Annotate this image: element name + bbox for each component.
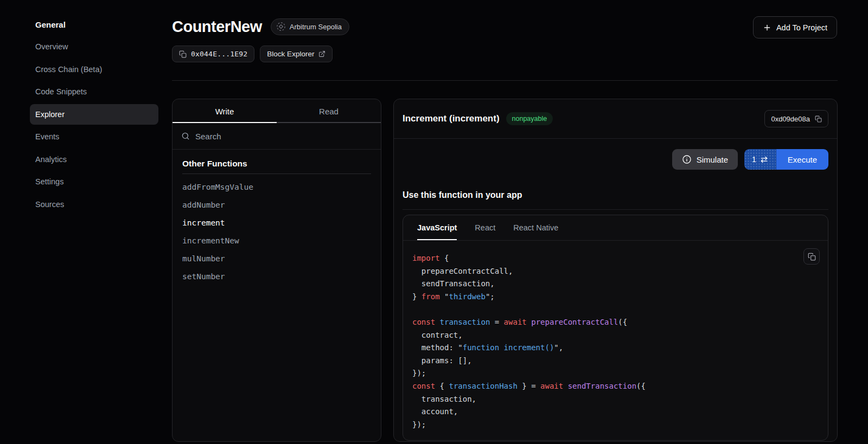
usage-heading: Use this function in your app (403, 190, 828, 200)
actions-row: Simulate 1 Execute (394, 149, 837, 170)
code-area: import { prepareContractCall, sendTransa… (403, 241, 828, 431)
function-item-mulnumber[interactable]: mulNumber (182, 249, 371, 267)
add-to-project-label: Add To Project (776, 23, 827, 32)
sidebar-item-events[interactable]: Events (30, 126, 158, 147)
function-selector-value: 0xd09de08a (771, 115, 810, 123)
code-token: = (490, 318, 503, 326)
code-line: contract, (412, 329, 828, 342)
code-token: const (412, 318, 435, 326)
code-token: from (422, 292, 440, 301)
code-line: account, (412, 406, 828, 419)
code-token: transactionHash (449, 382, 517, 390)
search-input[interactable] (195, 132, 372, 141)
code-tab-javascript[interactable]: JavaScript (417, 215, 457, 240)
execute-count: 1 (752, 155, 756, 164)
code-token (435, 318, 439, 326)
mutability-badge: nonpayable (506, 112, 553, 125)
function-detail-panel: Increment (increment) nonpayable 0xd09de… (393, 99, 838, 442)
simulate-button[interactable]: Simulate (672, 149, 738, 170)
code-copy-button[interactable] (803, 248, 820, 265)
sidebar-item-code-snippets[interactable]: Code Snippets (30, 81, 158, 102)
code-line (412, 303, 828, 316)
code-token: sendTransaction, (412, 279, 495, 288)
code-token: await (504, 318, 527, 326)
function-list-panel: WriteRead Other Functions addFromMsgValu… (172, 99, 381, 442)
code-tabs: JavaScriptReactReact Native (403, 215, 828, 241)
function-tabs: WriteRead (173, 99, 381, 123)
code-token: function increment() (463, 343, 554, 352)
code-token: }); (412, 420, 426, 429)
execute-label: Execute (788, 155, 817, 164)
code-token: { (435, 382, 449, 390)
add-to-project-button[interactable]: Add To Project (753, 16, 837, 38)
copy-icon (808, 253, 816, 261)
code-token: params: [], (412, 356, 472, 365)
function-item-incrementnew[interactable]: incrementNew (182, 231, 371, 249)
block-explorer-button[interactable]: Block Explorer (260, 46, 333, 62)
code-token: { (440, 254, 449, 262)
code-token: method: (412, 343, 458, 352)
page-title: CounterNew (172, 18, 262, 36)
plus-icon (763, 23, 771, 32)
sidebar-item-settings[interactable]: Settings (30, 171, 158, 192)
code-token: } (412, 292, 422, 301)
code-token: } = (518, 382, 540, 390)
network-chain-icon (276, 22, 286, 31)
function-item-addfrommsgvalue[interactable]: addFromMsgValue (182, 178, 371, 196)
code-token (527, 318, 531, 326)
code-token: thirdweb (449, 292, 485, 301)
sidebar-item-sources[interactable]: Sources (30, 194, 158, 215)
code-line: } from "thirdweb"; (412, 291, 828, 304)
function-item-increment[interactable]: increment (182, 214, 371, 231)
code-line: const { transactionHash } = await sendTr… (412, 380, 828, 393)
info-icon (682, 155, 692, 164)
code-block: import { prepareContractCall, sendTransa… (412, 252, 828, 431)
code-line: import { (412, 252, 828, 265)
code-token: " (458, 343, 462, 352)
code-token: contract, (412, 331, 463, 339)
code-card: JavaScriptReactReact Native import { pre… (403, 215, 828, 441)
function-selector-chip[interactable]: 0xd09de08a (764, 110, 828, 127)
code-token: }); (412, 369, 426, 377)
code-token: prepareContractCall (531, 318, 618, 326)
code-token (563, 382, 567, 390)
function-detail-title: Increment (increment) (403, 113, 500, 124)
code-tab-react[interactable]: React (475, 215, 495, 240)
tab-write[interactable]: Write (173, 99, 277, 123)
network-badge-label: Arbitrum Sepolia (290, 23, 342, 31)
code-line: }); (412, 367, 828, 380)
code-line: params: [], (412, 355, 828, 368)
execute-count-button[interactable]: 1 (744, 149, 776, 170)
code-line: sendTransaction, (412, 278, 828, 291)
usage-divider (403, 209, 828, 210)
function-group-divider (182, 173, 371, 174)
network-badge[interactable]: Arbitrum Sepolia (271, 18, 349, 35)
function-item-setnumber[interactable]: setNumber (182, 267, 371, 285)
code-line: transaction, (412, 393, 828, 406)
function-search (173, 123, 381, 150)
execute-button[interactable]: Execute (776, 149, 828, 170)
sidebar-item-explorer[interactable]: Explorer (30, 104, 158, 125)
sidebar-item-analytics[interactable]: Analytics (30, 149, 158, 170)
code-tab-react-native[interactable]: React Native (513, 215, 558, 240)
code-token: const (412, 382, 435, 390)
contract-chips-row: 0x044E...1E92 Block Explorer (172, 46, 333, 62)
code-line: const transaction = await prepareContrac… (412, 316, 828, 329)
code-line: }); (412, 419, 828, 432)
contract-address-chip[interactable]: 0x044E...1E92 (172, 46, 254, 62)
swap-arrows-icon (760, 156, 768, 163)
function-item-addnumber[interactable]: addNumber (182, 196, 371, 214)
code-token: import (412, 254, 440, 262)
code-token: ({ (636, 382, 646, 390)
copy-icon (179, 50, 187, 58)
contract-address: 0x044E...1E92 (191, 50, 247, 58)
sidebar-item-overview[interactable]: Overview (30, 36, 158, 57)
code-token: sendTransaction (568, 382, 636, 390)
tab-read[interactable]: Read (277, 99, 381, 123)
sidebar-item-cross-chain-beta[interactable]: Cross Chain (Beta) (30, 59, 158, 80)
function-list: addFromMsgValueaddNumberincrementincreme… (182, 178, 371, 285)
simulate-label: Simulate (697, 155, 728, 164)
code-token: await (540, 382, 563, 390)
code-token: ; (490, 292, 494, 301)
sidebar-nav: OverviewCross Chain (Beta)Code SnippetsE… (30, 36, 158, 216)
